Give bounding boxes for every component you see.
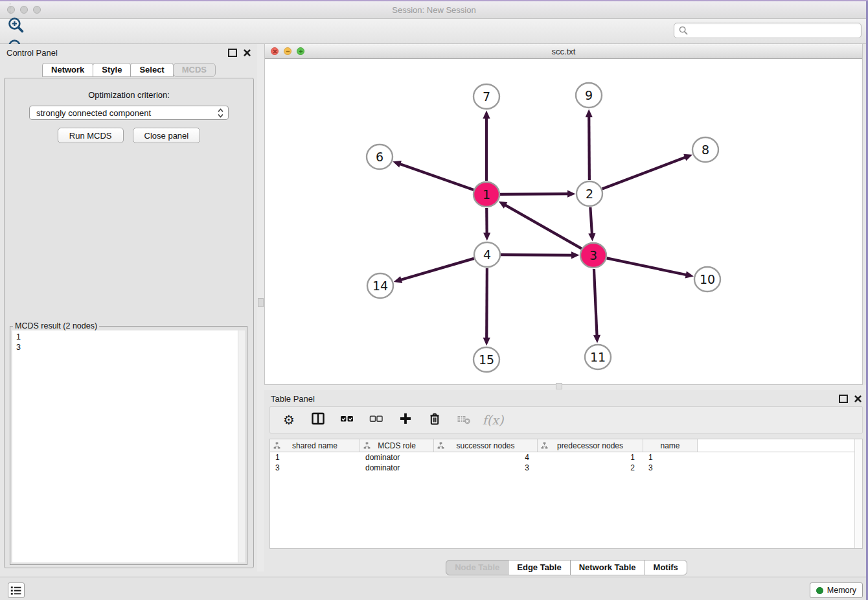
svg-text:11: 11 — [590, 350, 606, 364]
control-panel-title: Control Panel — [6, 48, 58, 58]
svg-text:7: 7 — [483, 89, 490, 104]
node-14[interactable]: 14 — [367, 273, 393, 298]
tab-select[interactable]: Select — [130, 63, 173, 77]
memory-button[interactable]: Memory — [810, 583, 863, 598]
column-header-successor-nodes[interactable]: successor nodes — [434, 439, 538, 452]
function-builder-icon: f(x) — [483, 414, 504, 426]
node-8[interactable]: 8 — [692, 137, 718, 162]
tab-network-table[interactable]: Network Table — [570, 560, 645, 575]
horizontal-splitter[interactable] — [264, 385, 868, 390]
edge-1-6[interactable] — [393, 161, 474, 190]
table-row[interactable]: 3dominator323 — [270, 463, 862, 473]
delete-table-icon — [457, 411, 471, 428]
edge-4-3[interactable] — [501, 251, 580, 259]
network-canvas[interactable]: 7968124314101511 — [265, 59, 862, 384]
node-2[interactable]: 2 — [577, 181, 602, 206]
delete-table-button[interactable] — [456, 412, 472, 428]
select-all-button[interactable] — [339, 412, 355, 428]
edge-1-7[interactable] — [483, 111, 490, 181]
tab-network[interactable]: Network — [42, 63, 93, 77]
zoom-in-button[interactable] — [4, 15, 27, 37]
table-cell[interactable]: dominator — [360, 463, 434, 473]
node-9[interactable]: 9 — [576, 83, 602, 108]
node-11[interactable]: 11 — [585, 345, 611, 369]
table-cell[interactable]: dominator — [360, 452, 434, 463]
edge-3-11[interactable] — [593, 269, 600, 343]
node-table: shared nameMCDS rolesuccessor nodesprede… — [269, 439, 863, 549]
criterion-select[interactable]: strongly connected component — [29, 106, 229, 120]
export-image-button[interactable] — [4, 0, 27, 3]
float-panel-icon[interactable] — [228, 49, 237, 57]
splitter-handle[interactable] — [258, 298, 264, 307]
mcds-result-line: 1 — [12, 330, 245, 342]
float-panel-icon[interactable] — [839, 395, 848, 403]
edge-2-3[interactable] — [588, 207, 595, 242]
table-cell[interactable]: 1 — [643, 452, 698, 463]
tab-edge-table[interactable]: Edge Table — [508, 560, 570, 575]
tab-motifs[interactable]: Motifs — [645, 560, 687, 575]
svg-text:9: 9 — [585, 88, 593, 102]
table-cell[interactable]: 3 — [270, 463, 360, 473]
node-15[interactable]: 15 — [474, 347, 499, 372]
table-cell[interactable]: 3 — [434, 463, 538, 473]
add-column-icon — [398, 411, 413, 428]
table-cell[interactable]: 1 — [538, 452, 643, 463]
edge-2-9[interactable] — [586, 109, 593, 180]
column-header-predecessor-nodes[interactable]: predecessor nodes — [538, 439, 643, 452]
node-3[interactable]: 3 — [580, 243, 606, 268]
column-label: name — [660, 441, 680, 450]
main-toolbar — [0, 19, 868, 44]
svg-text:2: 2 — [586, 187, 593, 201]
close-panel-icon[interactable] — [854, 395, 862, 402]
edge-3-10[interactable] — [607, 258, 694, 278]
column-header-mcds-role[interactable]: MCDS role — [360, 439, 434, 452]
close-panel-button[interactable]: Close panel — [133, 128, 201, 143]
memory-label: Memory — [827, 586, 856, 595]
task-history-button[interactable] — [8, 583, 25, 598]
node-6[interactable]: 6 — [367, 144, 393, 169]
table-cell[interactable]: 4 — [434, 452, 538, 463]
column-label: MCDS role — [378, 441, 416, 450]
zoom-in-icon — [7, 16, 25, 36]
table-cell[interactable]: 1 — [270, 452, 360, 463]
node-4[interactable]: 4 — [474, 242, 500, 267]
node-10[interactable]: 10 — [694, 267, 720, 292]
svg-text:14: 14 — [372, 279, 388, 293]
tab-mcds[interactable]: MCDS — [173, 63, 216, 77]
table-panel: Table Panel ⚙f(x) shared nameMCDS rolesu… — [264, 390, 868, 577]
edge-1-4[interactable] — [483, 208, 490, 241]
table-cell[interactable]: 2 — [538, 463, 643, 473]
table-panel-title: Table Panel — [271, 394, 315, 404]
deselect-all-button[interactable] — [369, 412, 384, 428]
table-row[interactable]: 1dominator411 — [270, 452, 862, 463]
node-1[interactable]: 1 — [474, 182, 499, 207]
table-cell[interactable]: 3 — [643, 463, 698, 473]
mcds-result-box[interactable]: 13 — [12, 330, 245, 562]
search-box[interactable] — [674, 23, 862, 38]
table-scrollbar[interactable] — [854, 439, 862, 548]
deselect-all-icon — [369, 411, 383, 428]
close-panel-icon[interactable] — [244, 49, 251, 56]
function-builder-button[interactable]: f(x) — [485, 412, 501, 428]
splitter-handle[interactable] — [556, 383, 562, 389]
add-column-button[interactable] — [398, 412, 413, 428]
search-input[interactable] — [691, 24, 861, 37]
node-7[interactable]: 7 — [474, 84, 499, 109]
tab-node-table[interactable]: Node Table — [446, 560, 508, 575]
result-scrollbar[interactable] — [238, 330, 245, 562]
delete-column-button[interactable] — [427, 412, 442, 428]
edge-4-14[interactable] — [394, 259, 474, 283]
edge-3-1[interactable] — [499, 202, 582, 249]
column-header-shared-name[interactable]: shared name — [270, 439, 360, 452]
split-view-button[interactable] — [310, 412, 326, 428]
edge-4-15[interactable] — [483, 268, 490, 346]
settings-button[interactable]: ⚙ — [281, 412, 297, 428]
column-header-name[interactable]: name — [643, 439, 698, 452]
application-window: Session: New Session Control Panel Netwo… — [0, 0, 868, 600]
tab-style[interactable]: Style — [93, 63, 131, 77]
svg-text:15: 15 — [479, 352, 494, 367]
edge-2-8[interactable] — [602, 154, 692, 189]
run-mcds-button[interactable]: Run MCDS — [58, 128, 124, 143]
edge-1-2[interactable] — [500, 190, 576, 198]
vertical-splitter[interactable] — [257, 44, 264, 571]
